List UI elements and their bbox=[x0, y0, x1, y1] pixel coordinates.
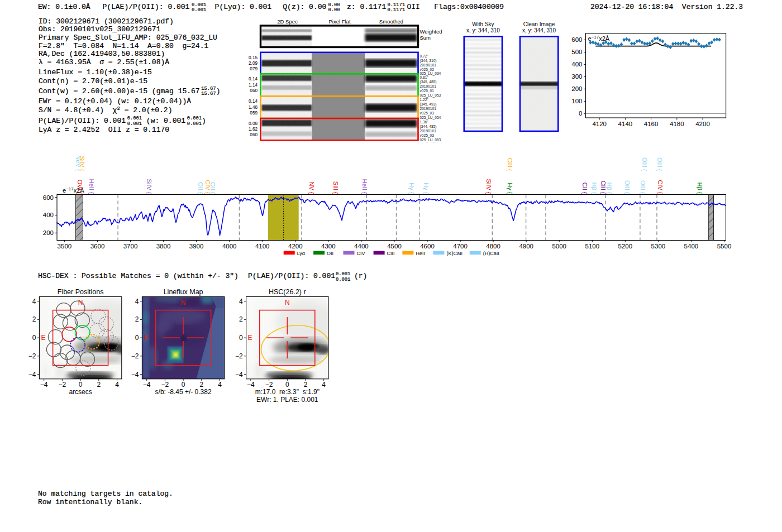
svg-text:4: 4 bbox=[135, 298, 139, 305]
svg-text:E: E bbox=[144, 334, 148, 342]
svg-text:4: 4 bbox=[32, 298, 36, 305]
svg-text:−2: −2 bbox=[131, 352, 139, 360]
svg-text:−4: −4 bbox=[28, 371, 36, 378]
svg-text:EWr: 1. PLAE: 0.001: EWr: 1. PLAE: 0.001 bbox=[256, 396, 318, 404]
svg-text:0: 0 bbox=[239, 334, 243, 342]
svg-text:arcsecs: arcsecs bbox=[69, 388, 92, 396]
svg-text:4: 4 bbox=[322, 381, 326, 389]
svg-text:−4: −4 bbox=[40, 381, 48, 389]
svg-text:2: 2 bbox=[97, 381, 101, 389]
svg-text:Fiber Positions: Fiber Positions bbox=[58, 288, 104, 296]
svg-text:HSC(26.2) r: HSC(26.2) r bbox=[269, 288, 306, 296]
svg-text:E: E bbox=[248, 334, 252, 342]
svg-text:4: 4 bbox=[239, 298, 243, 305]
svg-text:m:17.0 re:3.3" s:1.9": m:17.0 re:3.3" s:1.9" bbox=[255, 388, 320, 396]
svg-text:0: 0 bbox=[32, 334, 36, 342]
svg-text:2: 2 bbox=[135, 315, 139, 323]
svg-text:N: N bbox=[181, 299, 186, 306]
svg-text:+: + bbox=[79, 335, 82, 341]
svg-text:2: 2 bbox=[32, 315, 36, 323]
svg-text:−4: −4 bbox=[235, 371, 243, 378]
svg-text:4: 4 bbox=[218, 381, 222, 389]
svg-text:s/b: -8.45 +/- 0.382: s/b: -8.45 +/- 0.382 bbox=[155, 388, 212, 396]
svg-text:−4: −4 bbox=[143, 381, 151, 389]
svg-text:−2: −2 bbox=[59, 381, 66, 389]
svg-text:N: N bbox=[285, 299, 290, 306]
svg-text:2: 2 bbox=[239, 315, 243, 323]
svg-text:E: E bbox=[41, 334, 45, 342]
svg-text:N: N bbox=[78, 299, 83, 306]
svg-text:4: 4 bbox=[115, 381, 119, 389]
svg-text:Lineflux Map: Lineflux Map bbox=[164, 288, 203, 296]
svg-text:−4: −4 bbox=[247, 381, 255, 389]
svg-text:−2: −2 bbox=[28, 352, 36, 360]
svg-text:−4: −4 bbox=[131, 371, 139, 378]
svg-text:0: 0 bbox=[135, 334, 139, 342]
svg-text:−2: −2 bbox=[235, 352, 243, 360]
